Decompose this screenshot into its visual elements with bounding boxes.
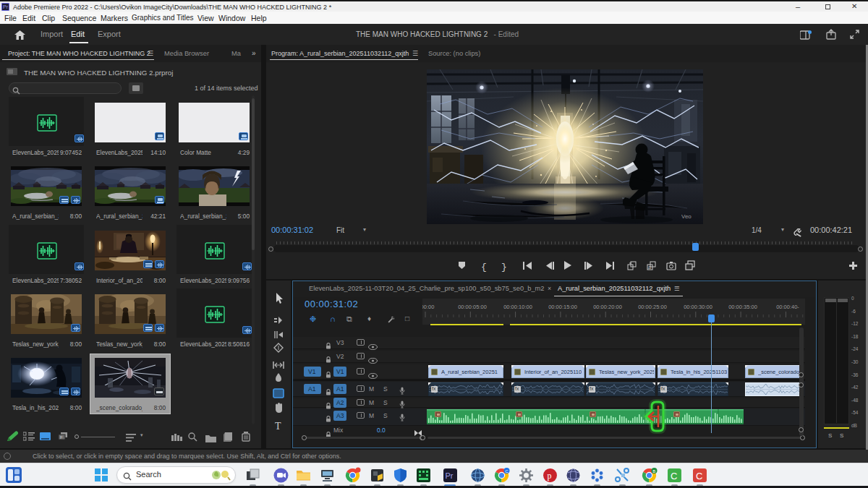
svg-text:Pr: Pr [446, 471, 454, 480]
svg-text:T: T [275, 421, 281, 432]
svg-text:C: C [505, 469, 509, 474]
svg-text:00:00:25:00: 00:00:25:00 [638, 304, 667, 310]
svg-text:00:00:40-: 00:00:40- [776, 304, 799, 310]
svg-text:00:00:15:00: 00:00:15:00 [548, 304, 577, 310]
svg-text:F: F [60, 435, 63, 440]
svg-text:00:00:10:00: 00:00:10:00 [503, 304, 532, 310]
svg-text:C: C [696, 471, 702, 481]
svg-text:C: C [671, 471, 677, 481]
svg-text:Veo: Veo [681, 213, 692, 220]
svg-text:00:00:30:00: 00:00:30:00 [684, 304, 712, 310]
svg-text:00:00:20:00: 00:00:20:00 [593, 304, 622, 310]
svg-text:a: a [648, 265, 651, 270]
svg-text:B: B [652, 469, 655, 474]
svg-text:{: { [481, 262, 487, 273]
svg-text:00:00:35:00: 00:00:35:00 [728, 304, 757, 310]
svg-text:p: p [548, 471, 552, 481]
svg-text:00:00: 00:00 [422, 304, 434, 310]
svg-text:}: } [501, 262, 507, 273]
svg-text:00:00:05:00: 00:00:05:00 [458, 304, 487, 310]
